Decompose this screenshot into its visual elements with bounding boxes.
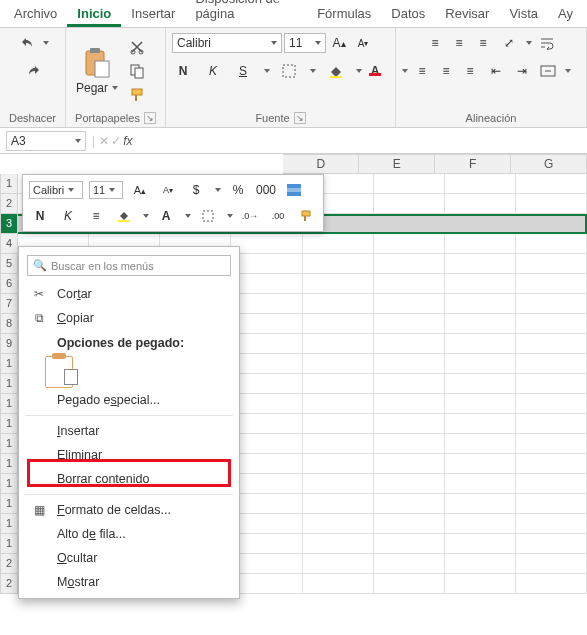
wrap-text-button[interactable] xyxy=(536,32,558,54)
cell[interactable] xyxy=(374,434,445,454)
mini-font-name[interactable]: Calibri xyxy=(29,181,83,199)
ctx-paste-special[interactable]: Pegado especial... xyxy=(19,388,239,412)
cell[interactable] xyxy=(516,234,587,254)
formula-input[interactable] xyxy=(136,131,587,151)
row-header[interactable]: 1 xyxy=(0,414,18,434)
row-header[interactable]: 1 xyxy=(0,494,18,514)
cell[interactable] xyxy=(516,574,587,594)
cell[interactable] xyxy=(303,374,374,394)
ctx-format-cells[interactable]: ▦ Formato de celdas... xyxy=(19,498,239,522)
mini-decrease-font-icon[interactable]: A▾ xyxy=(157,179,179,201)
mini-font-size[interactable]: 11 xyxy=(89,181,123,199)
cell[interactable] xyxy=(231,254,302,274)
cell[interactable] xyxy=(445,514,516,534)
row-header[interactable]: 1 xyxy=(0,174,18,194)
mini-increase-decimal-icon[interactable]: .0→ xyxy=(239,205,261,227)
cell[interactable] xyxy=(374,474,445,494)
cell[interactable] xyxy=(231,574,302,594)
redo-button[interactable] xyxy=(22,60,44,82)
tab-page-layout[interactable]: Disposición de página xyxy=(185,0,307,27)
cell[interactable] xyxy=(374,514,445,534)
cell[interactable] xyxy=(303,294,374,314)
row-header[interactable]: 1 xyxy=(0,474,18,494)
underline-button[interactable]: S xyxy=(232,60,254,82)
row-header[interactable]: 2 xyxy=(0,194,18,214)
ctx-insert[interactable]: Insertar xyxy=(19,419,239,443)
cell[interactable] xyxy=(303,474,374,494)
cell[interactable] xyxy=(231,354,302,374)
enter-formula-icon[interactable]: ✓ xyxy=(111,134,121,148)
cell[interactable] xyxy=(231,334,302,354)
row-header[interactable]: 7 xyxy=(0,294,18,314)
cell[interactable] xyxy=(516,194,587,214)
font-name-select[interactable]: Calibri xyxy=(172,33,282,53)
cell[interactable] xyxy=(303,494,374,514)
cell[interactable] xyxy=(445,374,516,394)
cell[interactable] xyxy=(445,254,516,274)
cell[interactable] xyxy=(374,534,445,554)
font-size-select[interactable]: 11 xyxy=(284,33,326,53)
cell[interactable] xyxy=(303,454,374,474)
row-header[interactable]: 8 xyxy=(0,314,18,334)
col-header[interactable]: G xyxy=(511,154,587,174)
cell[interactable] xyxy=(516,434,587,454)
align-bottom-icon[interactable]: ≡ xyxy=(472,32,494,54)
cell[interactable] xyxy=(445,314,516,334)
mini-currency-icon[interactable]: $ xyxy=(185,179,207,201)
cell[interactable] xyxy=(303,334,374,354)
cell[interactable] xyxy=(516,314,587,334)
font-color-button[interactable]: A xyxy=(370,60,392,82)
ctx-clear-contents[interactable]: Borrar contenido xyxy=(19,467,239,491)
mini-bold-button[interactable]: N xyxy=(29,205,51,227)
cell[interactable] xyxy=(374,494,445,514)
cell[interactable] xyxy=(516,534,587,554)
ctx-copy[interactable]: ⧉ Copiar xyxy=(19,306,239,330)
col-header[interactable]: F xyxy=(435,154,511,174)
clipboard-launcher-icon[interactable]: ↘ xyxy=(144,112,156,124)
cell[interactable] xyxy=(445,274,516,294)
cell[interactable] xyxy=(516,334,587,354)
align-middle-icon[interactable]: ≡ xyxy=(448,32,470,54)
cell[interactable] xyxy=(303,514,374,534)
cell[interactable] xyxy=(445,234,516,254)
mini-borders-icon[interactable] xyxy=(197,205,219,227)
cell[interactable] xyxy=(231,454,302,474)
format-painter-button[interactable] xyxy=(126,84,148,106)
mini-thousands-icon[interactable]: 000 xyxy=(255,179,277,201)
cell[interactable] xyxy=(445,534,516,554)
cell[interactable] xyxy=(303,574,374,594)
cell[interactable] xyxy=(231,294,302,314)
cell[interactable] xyxy=(374,454,445,474)
ctx-show[interactable]: Mostrar xyxy=(19,570,239,594)
row-header[interactable]: 2 xyxy=(0,554,18,574)
cell[interactable] xyxy=(374,374,445,394)
align-top-icon[interactable]: ≡ xyxy=(424,32,446,54)
col-header[interactable]: E xyxy=(359,154,435,174)
align-right-icon[interactable]: ≡ xyxy=(459,60,481,82)
undo-dropdown-icon[interactable] xyxy=(43,41,49,45)
row-header[interactable]: 1 xyxy=(0,354,18,374)
cell[interactable] xyxy=(303,414,374,434)
cell[interactable] xyxy=(516,394,587,414)
cell[interactable] xyxy=(303,354,374,374)
mini-table-icon[interactable] xyxy=(283,179,305,201)
cell[interactable] xyxy=(303,434,374,454)
cell[interactable] xyxy=(374,574,445,594)
cell[interactable] xyxy=(445,474,516,494)
cell[interactable] xyxy=(516,274,587,294)
cell[interactable] xyxy=(231,374,302,394)
cut-button[interactable] xyxy=(126,36,148,58)
cell[interactable] xyxy=(374,274,445,294)
mini-percent-icon[interactable]: % xyxy=(227,179,249,201)
cell[interactable] xyxy=(374,194,445,214)
row-header[interactable]: 4 xyxy=(0,234,18,254)
copy-button[interactable] xyxy=(126,60,148,82)
cell[interactable] xyxy=(231,534,302,554)
paste-option-button[interactable] xyxy=(45,356,73,388)
italic-button[interactable]: K xyxy=(202,60,224,82)
cell[interactable] xyxy=(374,294,445,314)
tab-formulas[interactable]: Fórmulas xyxy=(307,1,381,27)
cell[interactable] xyxy=(516,254,587,274)
cell[interactable] xyxy=(445,414,516,434)
cell[interactable] xyxy=(231,514,302,534)
